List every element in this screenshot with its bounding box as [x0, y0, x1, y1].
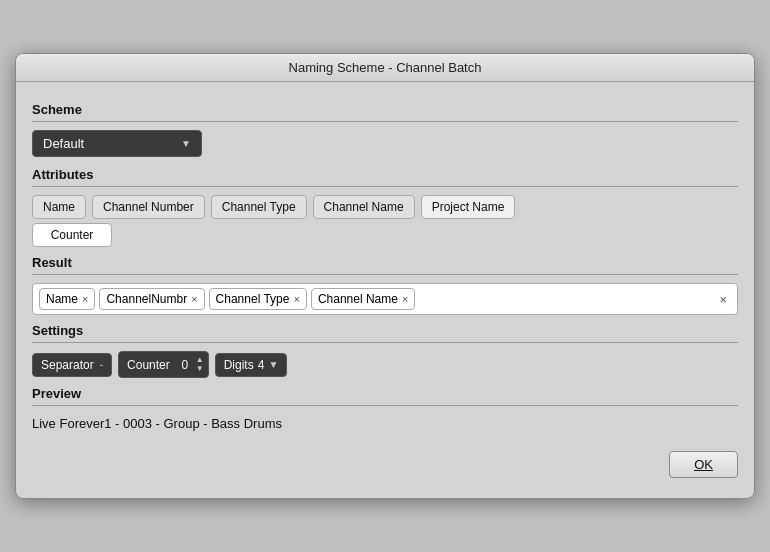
- ok-underline-o: OK: [694, 457, 713, 472]
- attr-btn-channel-name[interactable]: Channel Name: [313, 195, 415, 219]
- settings-row: Separator - Counter 0 ▲ ▼ Digits 4 ▼: [32, 351, 738, 378]
- attributes-divider: [32, 186, 738, 187]
- result-tag-name: Name ×: [39, 288, 95, 310]
- digits-value: 4: [258, 358, 265, 372]
- counter-spinner-down[interactable]: ▼: [196, 365, 204, 373]
- scheme-section: Scheme Default ▼: [32, 102, 738, 157]
- footer: OK: [32, 447, 738, 486]
- preview-label: Preview: [32, 386, 738, 401]
- result-row: Name × ChannelNumbr × Channel Type × Cha…: [32, 283, 738, 315]
- scheme-dropdown[interactable]: Default ▼: [32, 130, 202, 157]
- attr-btn-counter[interactable]: Counter: [32, 223, 112, 247]
- attributes-section: Attributes Name Channel Number Channel T…: [32, 167, 738, 247]
- scheme-dropdown-arrow: ▼: [181, 138, 191, 149]
- attr-btn-name[interactable]: Name: [32, 195, 86, 219]
- result-tag-channel-name-label: Channel Name: [318, 292, 398, 306]
- result-tag-channel-name: Channel Name ×: [311, 288, 415, 310]
- attr-btn-channel-type[interactable]: Channel Type: [211, 195, 307, 219]
- attr-btn-channel-number[interactable]: Channel Number: [92, 195, 205, 219]
- preview-section: Preview Live Forever1 - 0003 - Group - B…: [32, 386, 738, 433]
- result-divider: [32, 274, 738, 275]
- counter-input-label: Counter: [123, 358, 174, 372]
- result-tag-name-label: Name: [46, 292, 78, 306]
- attributes-row: Name Channel Number Channel Type Channel…: [32, 195, 738, 219]
- result-tag-channel-type-close[interactable]: ×: [293, 293, 299, 305]
- window-title: Naming Scheme - Channel Batch: [289, 60, 482, 75]
- separator-label: Separator: [41, 358, 94, 372]
- result-row-close[interactable]: ×: [715, 292, 731, 307]
- attr-btn-project-name[interactable]: Project Name: [421, 195, 516, 219]
- digits-dropdown[interactable]: Digits 4 ▼: [215, 353, 288, 377]
- separator-dropdown[interactable]: Separator -: [32, 353, 112, 377]
- attributes-label: Attributes: [32, 167, 738, 182]
- counter-spinner-up[interactable]: ▲: [196, 356, 204, 364]
- result-label: Result: [32, 255, 738, 270]
- result-tag-channel-type: Channel Type ×: [209, 288, 307, 310]
- result-tag-channel-number-close[interactable]: ×: [191, 293, 197, 305]
- result-tag-channel-number-label: ChannelNumbr: [106, 292, 187, 306]
- separator-arrow: -: [100, 359, 103, 370]
- result-tag-channel-type-label: Channel Type: [216, 292, 290, 306]
- settings-divider: [32, 342, 738, 343]
- counter-input-value: 0: [176, 358, 194, 372]
- scheme-divider: [32, 121, 738, 122]
- digits-arrow: ▼: [268, 359, 278, 370]
- counter-spinner: ▲ ▼: [196, 356, 204, 373]
- preview-text: Live Forever1 - 0003 - Group - Bass Drum…: [32, 414, 738, 433]
- preview-divider: [32, 405, 738, 406]
- attributes-second-row: Counter: [32, 223, 738, 247]
- main-window: Naming Scheme - Channel Batch Scheme Def…: [15, 53, 755, 499]
- result-tag-channel-number: ChannelNumbr ×: [99, 288, 204, 310]
- result-section: Result Name × ChannelNumbr × Channel Typ…: [32, 255, 738, 315]
- result-tag-channel-name-close[interactable]: ×: [402, 293, 408, 305]
- counter-input: Counter 0 ▲ ▼: [118, 351, 209, 378]
- digits-label: Digits: [224, 358, 254, 372]
- scheme-label: Scheme: [32, 102, 738, 117]
- settings-label: Settings: [32, 323, 738, 338]
- result-tag-name-close[interactable]: ×: [82, 293, 88, 305]
- scheme-dropdown-value: Default: [43, 136, 84, 151]
- settings-section: Settings Separator - Counter 0 ▲ ▼ Digit…: [32, 323, 738, 378]
- ok-button[interactable]: OK: [669, 451, 738, 478]
- title-bar: Naming Scheme - Channel Batch: [16, 54, 754, 82]
